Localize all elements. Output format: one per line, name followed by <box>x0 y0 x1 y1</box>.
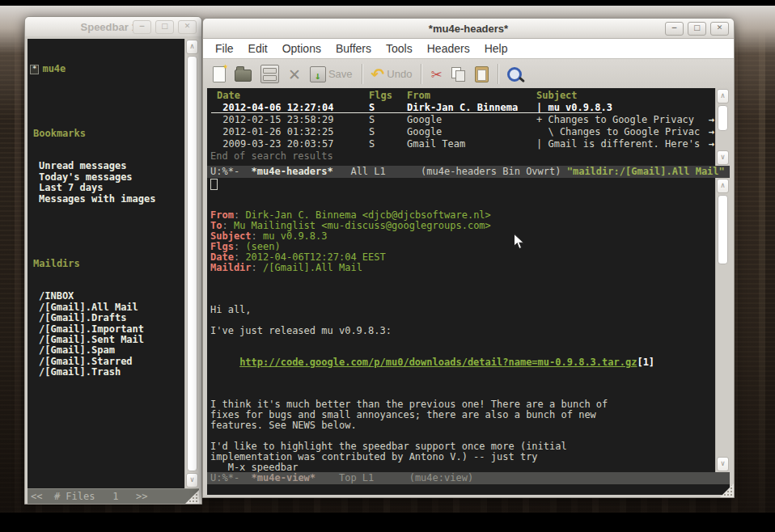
emacs-titlebar[interactable]: *mu4e-headers* −□✕ <box>203 19 734 39</box>
message-row[interactable]: 2012-02-15 23:58:29SGoogle+ Changes to G… <box>207 114 715 126</box>
echo-area <box>207 484 730 495</box>
message-link-line: http://code.google.com/p/mu0/downloads/d… <box>210 357 715 368</box>
message-row[interactable]: 2012-01-26 01:32:25SGoogle \ Changes to … <box>207 126 715 138</box>
undo-button[interactable]: ↶ Undo <box>371 64 413 85</box>
truncation-arrow-icon: → <box>709 138 714 150</box>
scroll-down-icon[interactable]: ∨ <box>186 473 198 488</box>
speedbar-bookmark-item[interactable]: Last 7 days <box>30 183 184 193</box>
mu4e-headers-modeline: U:%*- *mu4e-headers* All L1 (mu4e-header… <box>207 166 730 178</box>
close-buffer-icon[interactable]: ✕ <box>288 64 301 85</box>
copy-icon[interactable] <box>451 64 466 85</box>
scroll-up-icon[interactable]: ∧ <box>186 40 198 54</box>
message-header-field: Subject: mu v0.9.8.3 <box>210 231 715 242</box>
headers-scrollbar[interactable]: ∧ ∨ <box>715 88 730 166</box>
view-scrollbar-thumb[interactable] <box>718 195 728 264</box>
cell-date: 2012-04-06 12:27:04 <box>217 102 369 114</box>
field-value: Mu Mailinglist <mu-discuss@googlegroups.… <box>234 220 491 231</box>
column-date: Date <box>217 90 369 102</box>
window-button[interactable]: □ <box>688 22 706 36</box>
emacs-window-buttons: −□✕ <box>665 22 729 36</box>
speedbar-window: Speedbar 1.0 −□✕ *mu4e Bookmarks Unread … <box>24 16 202 505</box>
speedbar-maildir-item[interactable]: /[Gmail].Trash <box>30 367 184 378</box>
message-body-line: I've just released mu v0.9.8.3: <box>210 326 715 336</box>
speedbar-status-text[interactable]: << # Files 1 >> <box>31 490 148 504</box>
speedbar-maildir-item[interactable]: /[Gmail].Spam <box>30 345 184 356</box>
window-button[interactable]: □ <box>155 20 174 34</box>
speedbar-bookmark-item[interactable]: Unread messages <box>30 161 184 171</box>
speedbar-statusbar: << # Files 1 >> <box>28 488 199 504</box>
headers-column-row: DateFlgsFromSubject <box>207 90 715 102</box>
open-folder-icon[interactable] <box>235 64 252 85</box>
tool-bar: ★ ✕ ↓ Save ↶ Undo ✂ <box>203 59 734 90</box>
message-body-line: Hi all, <box>210 305 715 315</box>
speedbar-maildir-item[interactable]: /[Gmail].Drafts <box>30 313 184 323</box>
speedbar-maildir-item[interactable]: /[Gmail].Starred <box>30 357 184 367</box>
speedbar-titlebar[interactable]: Speedbar 1.0 −□✕ <box>25 17 201 37</box>
field-label: Maildir <box>210 262 252 273</box>
scroll-down-icon[interactable]: ∨ <box>717 457 729 471</box>
speedbar-root-item[interactable]: mu4e <box>42 63 66 74</box>
window-button[interactable]: − <box>133 20 151 34</box>
emacs-window: *mu4e-headers* −□✕ FileEditOptionsBuffer… <box>202 18 735 498</box>
cell-from: Gmail Team <box>407 138 536 150</box>
menu-item[interactable]: Edit <box>243 40 273 57</box>
menu-item[interactable]: Headers <box>421 40 476 57</box>
desktop: Speedbar 1.0 −□✕ *mu4e Bookmarks Unread … <box>0 0 775 532</box>
menu-item[interactable]: Buffers <box>330 40 377 57</box>
view-scrollbar[interactable]: ∧ ∨ <box>715 178 730 472</box>
speedbar-section-bookmarks: Bookmarks <box>30 129 184 139</box>
cell-from: Dirk-Jan C. Binnema <box>407 102 536 114</box>
cell-flags: S <box>369 102 407 114</box>
cell-date: 2009-03-23 20:03:57 <box>217 138 369 150</box>
cell-subject: | Gmail is different. Here's <box>536 138 700 150</box>
mu4e-view-pane: From: Dirk-Jan C. Binnema <djcb@djcbsoft… <box>207 178 730 472</box>
undo-label: Undo <box>387 68 412 80</box>
speedbar-scrollbar[interactable]: ∧ ∨ <box>184 39 199 488</box>
menu-item[interactable]: Tools <box>380 40 418 57</box>
menu-item[interactable]: Help <box>479 40 514 57</box>
toolbar-separator <box>421 64 421 84</box>
message-body-line: features. See NEWS below. <box>210 420 715 431</box>
search-icon[interactable] <box>507 64 526 85</box>
message-header-field: Maildir: /[Gmail].All Mail <box>210 263 715 273</box>
save-button[interactable]: ↓ Save <box>310 64 353 85</box>
download-link[interactable]: http://code.google.com/p/mu0/downloads/d… <box>239 357 637 368</box>
field-label: Subject <box>210 230 252 242</box>
field-value: Dirk-Jan C. Binnema <djcb@djcbsoftware.n… <box>245 209 490 221</box>
speedbar-expand-indicator[interactable]: * <box>30 65 39 74</box>
speedbar-scrollbar-thumb[interactable] <box>187 56 197 471</box>
field-value: 2012-04-06T12:27:04 EEST <box>245 251 385 263</box>
speedbar-frame: *mu4e Bookmarks Unread messagesToday's m… <box>25 36 201 504</box>
paste-icon[interactable] <box>475 64 489 85</box>
window-button[interactable]: ✕ <box>710 22 729 36</box>
field-value: (seen) <box>245 241 280 252</box>
scroll-up-icon[interactable]: ∧ <box>717 179 729 193</box>
speedbar-resize-grip[interactable] <box>185 490 199 504</box>
scroll-up-icon[interactable]: ∧ <box>717 89 729 103</box>
message-row[interactable]: 2009-03-23 20:03:57SGmail Team| Gmail is… <box>207 138 715 150</box>
headers-scrollbar-thumb[interactable] <box>718 105 728 131</box>
message-row[interactable]: 2012-04-06 12:27:04SDirk-Jan C. Binnema|… <box>207 102 715 114</box>
cell-subject: | mu v0.9.8.3 <box>536 102 612 113</box>
window-button[interactable]: ✕ <box>178 20 197 34</box>
speedbar-maildir-item[interactable]: /[Gmail].Sent Mail <box>30 335 184 345</box>
file-cabinet-icon[interactable] <box>260 64 279 85</box>
cell-subject: + Changes to Google Privacy <box>536 114 700 125</box>
cut-icon[interactable]: ✂ <box>430 64 442 85</box>
speedbar-maildir-item[interactable]: /INBOX <box>30 291 184 302</box>
speedbar-maildir-item[interactable]: /[Gmail].All Mail <box>30 302 184 313</box>
menu-item[interactable]: File <box>210 40 239 57</box>
speedbar-bookmark-item[interactable]: Messages with images <box>30 194 184 205</box>
speedbar-maildir-item[interactable]: /[Gmail].Important <box>30 324 184 335</box>
emacs-title: *mu4e-headers* <box>429 23 508 35</box>
window-button[interactable]: − <box>665 22 684 36</box>
cell-flags: S <box>369 114 407 126</box>
field-label: From <box>210 209 234 221</box>
speedbar-bookmark-item[interactable]: Today's messages <box>30 172 184 183</box>
new-file-icon[interactable]: ★ <box>213 64 226 85</box>
mu4e-view-modeline: U:%*- *mu4e-view* Top L1 (mu4e:view) <box>207 472 730 484</box>
link-footnote-ref: [1] <box>637 357 654 368</box>
scroll-down-icon[interactable]: ∨ <box>717 150 729 165</box>
speedbar-content: *mu4e Bookmarks Unread messagesToday's m… <box>28 39 184 488</box>
menu-item[interactable]: Options <box>277 40 327 57</box>
